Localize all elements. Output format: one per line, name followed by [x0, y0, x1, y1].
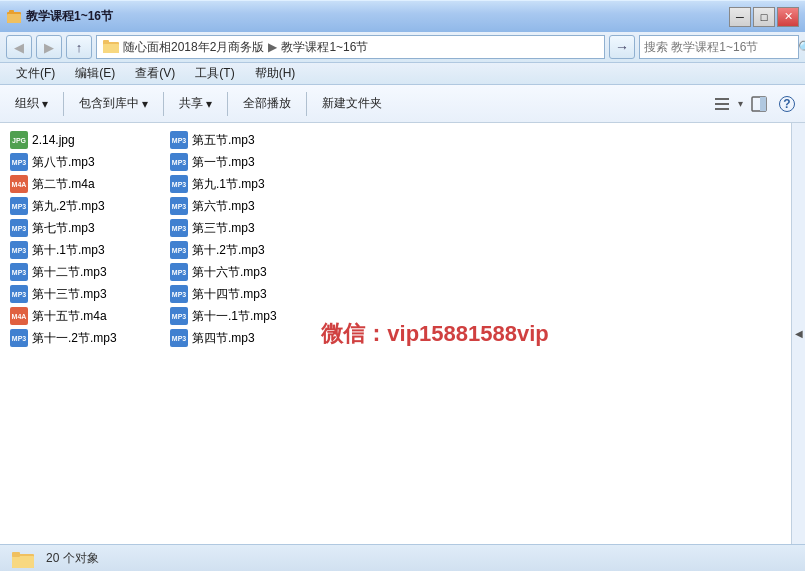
- list-item[interactable]: MP3第十一.1节.mp3: [166, 305, 326, 327]
- title-bar-icon: [6, 9, 22, 25]
- svg-rect-1: [7, 14, 21, 23]
- file-icon: MP3: [170, 285, 188, 303]
- file-name: 第八节.mp3: [32, 154, 95, 171]
- list-item[interactable]: JPG2.14.jpg: [6, 129, 166, 151]
- status-bar: 20 个对象: [0, 544, 805, 571]
- file-name: 第十五节.m4a: [32, 308, 107, 325]
- file-name: 第二节.m4a: [32, 176, 95, 193]
- play-all-button[interactable]: 全部播放: [234, 89, 300, 119]
- list-item[interactable]: MP3第五节.mp3: [166, 129, 326, 151]
- share-button[interactable]: 共享 ▾: [170, 89, 221, 119]
- minimize-button[interactable]: ─: [729, 7, 751, 27]
- svg-rect-12: [12, 556, 34, 568]
- file-icon: MP3: [170, 197, 188, 215]
- forward-button[interactable]: ▶: [36, 35, 62, 59]
- file-icon: MP3: [10, 329, 28, 347]
- file-name: 2.14.jpg: [32, 133, 75, 147]
- toolbar: 组织 ▾ 包含到库中 ▾ 共享 ▾ 全部播放 新建文件夹 ▾: [0, 85, 805, 123]
- title-bar-buttons: ─ □ ✕: [729, 7, 799, 27]
- folder-icon: [103, 39, 119, 56]
- maximize-button[interactable]: □: [753, 7, 775, 27]
- file-icon: MP3: [170, 263, 188, 281]
- right-panel-collapse[interactable]: ◀: [791, 123, 805, 544]
- file-icon: MP3: [10, 197, 28, 215]
- file-icon: MP3: [170, 219, 188, 237]
- list-item[interactable]: MP3第四节.mp3: [166, 327, 326, 349]
- include-label: 包含到库中: [79, 95, 139, 112]
- file-name: 第十一.1节.mp3: [192, 308, 277, 325]
- file-name: 第三节.mp3: [192, 220, 255, 237]
- preview-pane-button[interactable]: [747, 92, 771, 116]
- go-button[interactable]: →: [609, 35, 635, 59]
- list-item[interactable]: MP3第九.2节.mp3: [6, 195, 166, 217]
- list-item[interactable]: MP3第十二节.mp3: [6, 261, 166, 283]
- file-name: 第十四节.mp3: [192, 286, 267, 303]
- status-folder-icon: [12, 550, 34, 568]
- file-list: 微信：vip15881588vip JPG2.14.jpgMP3第五节.mp3M…: [0, 123, 791, 544]
- toolbar-sep-2: [163, 92, 164, 116]
- file-icon: M4A: [10, 175, 28, 193]
- file-name: 第六节.mp3: [192, 198, 255, 215]
- list-item[interactable]: M4A第十五节.m4a: [6, 305, 166, 327]
- address-bar: ◀ ▶ ↑ 随心面相2018年2月商务版 ▶ 教学课程1~16节 → 🔍: [0, 32, 805, 63]
- search-bar: 🔍: [639, 35, 799, 59]
- list-item[interactable]: MP3第八节.mp3: [6, 151, 166, 173]
- list-item[interactable]: M4A第二节.m4a: [6, 173, 166, 195]
- list-item[interactable]: MP3第十.2节.mp3: [166, 239, 326, 261]
- organize-label: 组织: [15, 95, 39, 112]
- file-name: 第四节.mp3: [192, 330, 255, 347]
- list-item[interactable]: MP3第一节.mp3: [166, 151, 326, 173]
- title-bar: 教学课程1~16节 ─ □ ✕: [0, 0, 805, 32]
- main-area: 微信：vip15881588vip JPG2.14.jpgMP3第五节.mp3M…: [0, 123, 805, 544]
- share-arrow: ▾: [206, 97, 212, 111]
- back-button[interactable]: ◀: [6, 35, 32, 59]
- list-item[interactable]: MP3第六节.mp3: [166, 195, 326, 217]
- svg-rect-5: [103, 40, 109, 44]
- file-icon: MP3: [170, 241, 188, 259]
- include-library-button[interactable]: 包含到库中 ▾: [70, 89, 157, 119]
- svg-rect-6: [715, 98, 729, 100]
- share-label: 共享: [179, 95, 203, 112]
- search-input[interactable]: [644, 40, 794, 54]
- right-panel-arrow: ◀: [795, 328, 803, 339]
- new-folder-button[interactable]: 新建文件夹: [313, 89, 391, 119]
- svg-rect-13: [12, 552, 20, 557]
- file-icon: MP3: [170, 175, 188, 193]
- title-bar-text: 教学课程1~16节: [26, 8, 729, 25]
- organize-arrow: ▾: [42, 97, 48, 111]
- toolbar-sep-4: [306, 92, 307, 116]
- list-item[interactable]: MP3第七节.mp3: [6, 217, 166, 239]
- list-item[interactable]: MP3第十.1节.mp3: [6, 239, 166, 261]
- menu-tools[interactable]: 工具(T): [185, 63, 244, 84]
- file-icon: MP3: [10, 263, 28, 281]
- menu-view[interactable]: 查看(V): [125, 63, 185, 84]
- menu-help[interactable]: 帮助(H): [245, 63, 306, 84]
- list-item[interactable]: MP3第三节.mp3: [166, 217, 326, 239]
- search-icon[interactable]: 🔍: [798, 40, 805, 55]
- file-name: 第七节.mp3: [32, 220, 95, 237]
- list-item[interactable]: MP3第十六节.mp3: [166, 261, 326, 283]
- list-item[interactable]: MP3第九.1节.mp3: [166, 173, 326, 195]
- view-dropdown-arrow[interactable]: ▾: [738, 98, 743, 109]
- breadcrumb[interactable]: 随心面相2018年2月商务版 ▶ 教学课程1~16节: [96, 35, 605, 59]
- close-button[interactable]: ✕: [777, 7, 799, 27]
- svg-rect-4: [103, 44, 119, 53]
- file-icon: MP3: [170, 307, 188, 325]
- menu-file[interactable]: 文件(F): [6, 63, 65, 84]
- file-name: 第九.2节.mp3: [32, 198, 105, 215]
- svg-rect-10: [760, 97, 766, 111]
- file-name: 第十三节.mp3: [32, 286, 107, 303]
- view-details-button[interactable]: [710, 92, 734, 116]
- list-item[interactable]: MP3第十三节.mp3: [6, 283, 166, 305]
- toolbar-right-icons: ▾ ?: [710, 92, 799, 116]
- list-item[interactable]: MP3第十一.2节.mp3: [6, 327, 166, 349]
- up-button[interactable]: ↑: [66, 35, 92, 59]
- breadcrumb-part2: 教学课程1~16节: [281, 39, 368, 56]
- organize-button[interactable]: 组织 ▾: [6, 89, 57, 119]
- new-folder-label: 新建文件夹: [322, 95, 382, 112]
- menu-edit[interactable]: 编辑(E): [65, 63, 125, 84]
- status-count: 20 个对象: [46, 550, 99, 567]
- file-icon: MP3: [170, 131, 188, 149]
- help-button[interactable]: ?: [775, 92, 799, 116]
- list-item[interactable]: MP3第十四节.mp3: [166, 283, 326, 305]
